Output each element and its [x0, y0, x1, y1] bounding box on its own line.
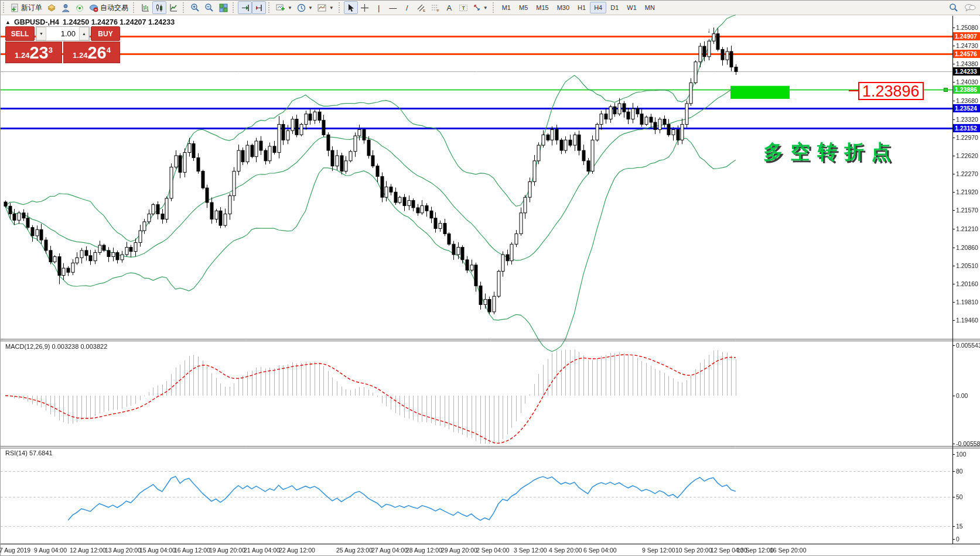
- sell-arrow-marker: ↓: [707, 26, 711, 35]
- buy-price-prefix: 1.24: [73, 51, 87, 60]
- panel-collapse-icon[interactable]: ▲: [5, 19, 11, 25]
- hline-anchor-handle[interactable]: [944, 88, 948, 92]
- macd-indicator-label: MACD(12,26,9) 0.003238 0.003822: [5, 343, 107, 350]
- buy-button[interactable]: BUY: [91, 26, 120, 41]
- sell-price-main: 23: [29, 45, 48, 61]
- sell-price-pip: 3: [49, 46, 53, 54]
- volume-input[interactable]: 1.00: [46, 27, 79, 40]
- buy-price-display[interactable]: 1.24 26 4: [63, 42, 120, 63]
- symbol-label: GBPUSD-,H4: [14, 18, 59, 26]
- rsi-indicator-label: RSI(14) 57.6841: [5, 449, 53, 457]
- volume-increase-button[interactable]: ▲: [79, 27, 89, 40]
- sell-price-prefix: 1.24: [15, 51, 29, 60]
- buy-price-pip: 4: [107, 46, 111, 54]
- symbol-ohlc-header: ▲ GBPUSD-,H4 1.24250 1.24276 1.24207 1.2…: [5, 18, 175, 26]
- sell-button[interactable]: SELL: [5, 26, 35, 41]
- callout-connector: [849, 90, 858, 91]
- one-click-trading-panel: SELL ▼ 1.00 ▲ BUY 1.24 23 3 1.24 26 4: [5, 26, 120, 63]
- price-callout-label[interactable]: 1.23896: [858, 82, 924, 100]
- chinese-annotation-text[interactable]: 多空转折点: [763, 139, 898, 166]
- buy-price-main: 26: [87, 45, 106, 61]
- mt4-window: 新订单 自动交易: [0, 0, 980, 556]
- sell-price-display[interactable]: 1.24 23 3: [5, 42, 62, 63]
- volume-stepper: ▼ 1.00 ▲: [36, 26, 90, 41]
- ohlc-values: 1.24250 1.24276 1.24207 1.24233: [63, 18, 175, 26]
- chart-canvas[interactable]: [1, 1, 980, 556]
- volume-decrease-button[interactable]: ▼: [36, 27, 46, 40]
